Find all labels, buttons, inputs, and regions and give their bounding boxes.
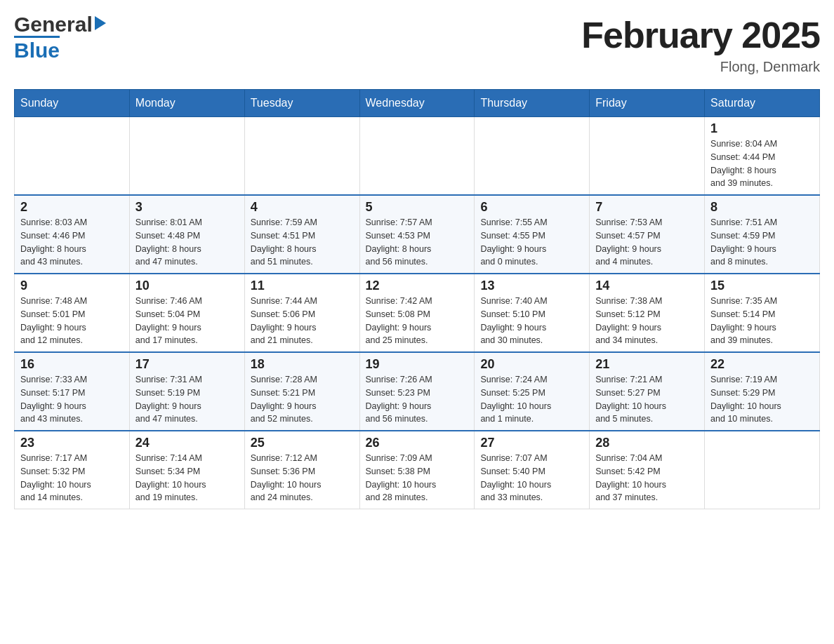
day-cell bbox=[590, 117, 705, 196]
page-header: General Blue February 2025 Flong, Denmar… bbox=[14, 14, 820, 75]
day-cell: 11Sunrise: 7:44 AMSunset: 5:06 PMDayligh… bbox=[244, 274, 359, 352]
day-info: Sunrise: 7:57 AMSunset: 4:53 PMDaylight:… bbox=[366, 216, 469, 269]
day-info: Sunrise: 7:14 AMSunset: 5:34 PMDaylight:… bbox=[135, 452, 239, 504]
calendar-table: Sunday Monday Tuesday Wednesday Thursday… bbox=[14, 89, 820, 509]
day-info: Sunrise: 7:12 AMSunset: 5:36 PMDaylight:… bbox=[251, 452, 354, 504]
day-cell: 16Sunrise: 7:33 AMSunset: 5:17 PMDayligh… bbox=[15, 352, 130, 431]
week-row-5: 23Sunrise: 7:17 AMSunset: 5:32 PMDayligh… bbox=[15, 431, 820, 509]
day-cell: 12Sunrise: 7:42 AMSunset: 5:08 PMDayligh… bbox=[359, 274, 475, 352]
day-number: 19 bbox=[366, 357, 469, 372]
day-number: 8 bbox=[710, 200, 814, 215]
header-monday: Monday bbox=[129, 90, 244, 117]
week-row-2: 2Sunrise: 8:03 AMSunset: 4:46 PMDaylight… bbox=[15, 195, 820, 274]
day-cell: 7Sunrise: 7:53 AMSunset: 4:57 PMDaylight… bbox=[590, 195, 705, 274]
day-number: 10 bbox=[135, 279, 239, 293]
day-number: 13 bbox=[480, 279, 583, 293]
day-info: Sunrise: 7:55 AMSunset: 4:55 PMDaylight:… bbox=[480, 216, 583, 269]
day-cell: 13Sunrise: 7:40 AMSunset: 5:10 PMDayligh… bbox=[475, 274, 590, 352]
day-number: 4 bbox=[251, 200, 354, 215]
day-cell: 26Sunrise: 7:09 AMSunset: 5:38 PMDayligh… bbox=[359, 431, 475, 509]
day-cell bbox=[129, 117, 244, 196]
day-number: 27 bbox=[480, 436, 583, 450]
day-number: 5 bbox=[366, 200, 469, 215]
day-info: Sunrise: 7:07 AMSunset: 5:40 PMDaylight:… bbox=[480, 452, 583, 504]
day-number: 11 bbox=[251, 279, 354, 293]
day-info: Sunrise: 7:59 AMSunset: 4:51 PMDaylight:… bbox=[251, 216, 354, 269]
day-cell: 22Sunrise: 7:19 AMSunset: 5:29 PMDayligh… bbox=[705, 352, 820, 431]
header-sunday: Sunday bbox=[15, 90, 130, 117]
day-info: Sunrise: 7:51 AMSunset: 4:59 PMDaylight:… bbox=[710, 216, 814, 269]
day-info: Sunrise: 7:40 AMSunset: 5:10 PMDaylight:… bbox=[480, 295, 583, 347]
day-number: 3 bbox=[135, 200, 239, 215]
day-cell: 3Sunrise: 8:01 AMSunset: 4:48 PMDaylight… bbox=[129, 195, 244, 274]
day-cell: 23Sunrise: 7:17 AMSunset: 5:32 PMDayligh… bbox=[15, 431, 130, 509]
day-number: 1 bbox=[710, 121, 814, 136]
day-info: Sunrise: 8:04 AMSunset: 4:44 PMDaylight:… bbox=[710, 137, 814, 190]
location: Flong, Denmark bbox=[581, 59, 820, 75]
day-cell bbox=[705, 431, 820, 509]
day-cell: 4Sunrise: 7:59 AMSunset: 4:51 PMDaylight… bbox=[244, 195, 359, 274]
day-info: Sunrise: 7:38 AMSunset: 5:12 PMDaylight:… bbox=[595, 295, 699, 347]
day-number: 26 bbox=[366, 436, 469, 450]
week-row-1: 1Sunrise: 8:04 AMSunset: 4:44 PMDaylight… bbox=[15, 117, 820, 196]
day-info: Sunrise: 7:19 AMSunset: 5:29 PMDaylight:… bbox=[710, 373, 814, 426]
weekday-header-row: Sunday Monday Tuesday Wednesday Thursday… bbox=[15, 90, 820, 117]
title-area: February 2025 Flong, Denmark bbox=[581, 14, 820, 75]
day-cell: 19Sunrise: 7:26 AMSunset: 5:23 PMDayligh… bbox=[359, 352, 475, 431]
day-number: 16 bbox=[20, 357, 124, 372]
day-info: Sunrise: 7:48 AMSunset: 5:01 PMDaylight:… bbox=[20, 295, 124, 347]
day-number: 15 bbox=[710, 279, 814, 293]
header-wednesday: Wednesday bbox=[359, 90, 475, 117]
day-number: 2 bbox=[20, 200, 124, 215]
day-info: Sunrise: 7:17 AMSunset: 5:32 PMDaylight:… bbox=[20, 452, 124, 504]
day-cell: 10Sunrise: 7:46 AMSunset: 5:04 PMDayligh… bbox=[129, 274, 244, 352]
day-number: 14 bbox=[595, 279, 699, 293]
day-info: Sunrise: 7:26 AMSunset: 5:23 PMDaylight:… bbox=[366, 373, 469, 426]
logo-general: General bbox=[14, 14, 93, 35]
day-cell: 15Sunrise: 7:35 AMSunset: 5:14 PMDayligh… bbox=[705, 274, 820, 352]
day-info: Sunrise: 7:44 AMSunset: 5:06 PMDaylight:… bbox=[251, 295, 354, 347]
day-number: 23 bbox=[20, 436, 124, 450]
day-number: 6 bbox=[480, 200, 583, 215]
day-info: Sunrise: 7:35 AMSunset: 5:14 PMDaylight:… bbox=[710, 295, 814, 347]
day-number: 24 bbox=[135, 436, 239, 450]
day-cell: 17Sunrise: 7:31 AMSunset: 5:19 PMDayligh… bbox=[129, 352, 244, 431]
day-cell: 5Sunrise: 7:57 AMSunset: 4:53 PMDaylight… bbox=[359, 195, 475, 274]
day-cell: 25Sunrise: 7:12 AMSunset: 5:36 PMDayligh… bbox=[244, 431, 359, 509]
day-info: Sunrise: 7:04 AMSunset: 5:42 PMDaylight:… bbox=[595, 452, 699, 504]
day-number: 17 bbox=[135, 357, 239, 372]
day-info: Sunrise: 7:21 AMSunset: 5:27 PMDaylight:… bbox=[595, 373, 699, 426]
day-number: 7 bbox=[595, 200, 699, 215]
day-number: 12 bbox=[366, 279, 469, 293]
day-info: Sunrise: 7:33 AMSunset: 5:17 PMDaylight:… bbox=[20, 373, 124, 426]
day-number: 22 bbox=[710, 357, 814, 372]
day-cell bbox=[244, 117, 359, 196]
day-info: Sunrise: 7:28 AMSunset: 5:21 PMDaylight:… bbox=[251, 373, 354, 426]
day-cell: 20Sunrise: 7:24 AMSunset: 5:25 PMDayligh… bbox=[475, 352, 590, 431]
header-friday: Friday bbox=[590, 90, 705, 117]
day-cell: 1Sunrise: 8:04 AMSunset: 4:44 PMDaylight… bbox=[705, 117, 820, 196]
day-number: 20 bbox=[480, 357, 583, 372]
day-cell: 6Sunrise: 7:55 AMSunset: 4:55 PMDaylight… bbox=[475, 195, 590, 274]
day-cell: 28Sunrise: 7:04 AMSunset: 5:42 PMDayligh… bbox=[590, 431, 705, 509]
day-cell: 18Sunrise: 7:28 AMSunset: 5:21 PMDayligh… bbox=[244, 352, 359, 431]
day-info: Sunrise: 7:24 AMSunset: 5:25 PMDaylight:… bbox=[480, 373, 583, 426]
day-cell bbox=[15, 117, 130, 196]
day-number: 9 bbox=[20, 279, 124, 293]
day-cell bbox=[475, 117, 590, 196]
day-cell: 14Sunrise: 7:38 AMSunset: 5:12 PMDayligh… bbox=[590, 274, 705, 352]
day-info: Sunrise: 8:01 AMSunset: 4:48 PMDaylight:… bbox=[135, 216, 239, 269]
day-number: 18 bbox=[251, 357, 354, 372]
day-info: Sunrise: 7:53 AMSunset: 4:57 PMDaylight:… bbox=[595, 216, 699, 269]
day-number: 28 bbox=[595, 436, 699, 450]
logo-blue: Blue bbox=[14, 39, 60, 62]
header-saturday: Saturday bbox=[705, 90, 820, 117]
day-cell: 24Sunrise: 7:14 AMSunset: 5:34 PMDayligh… bbox=[129, 431, 244, 509]
day-info: Sunrise: 7:42 AMSunset: 5:08 PMDaylight:… bbox=[366, 295, 469, 347]
logo-arrow-icon bbox=[95, 16, 106, 30]
logo: General Blue bbox=[14, 14, 106, 62]
day-number: 21 bbox=[595, 357, 699, 372]
day-number: 25 bbox=[251, 436, 354, 450]
day-cell: 9Sunrise: 7:48 AMSunset: 5:01 PMDaylight… bbox=[15, 274, 130, 352]
day-cell bbox=[359, 117, 475, 196]
